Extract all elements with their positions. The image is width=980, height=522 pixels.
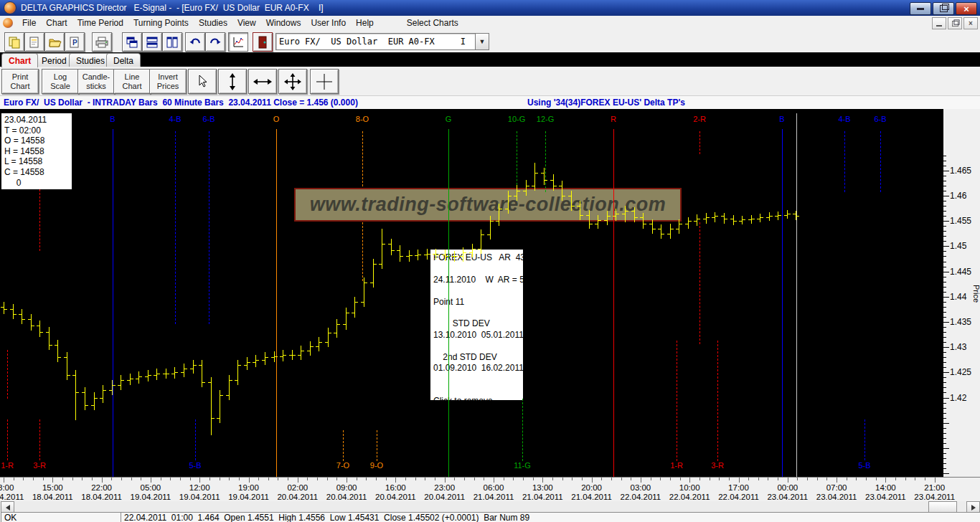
new-page-button[interactable] xyxy=(24,32,44,52)
line-chart-button[interactable]: Line Chart xyxy=(113,69,151,94)
close-tick xyxy=(608,216,611,217)
mdi-restore-button[interactable] xyxy=(948,17,962,29)
tp-line-2-R[interactable] xyxy=(699,222,700,344)
tp-line-O[interactable] xyxy=(276,129,277,477)
tp-line-3-R[interactable] xyxy=(39,189,40,251)
tp-line-3-R[interactable] xyxy=(39,419,40,460)
tp-line-3-R[interactable] xyxy=(717,341,718,461)
mdi-minimize-button[interactable] xyxy=(932,17,946,29)
chart-display-button[interactable] xyxy=(228,32,248,52)
time-tick xyxy=(425,478,425,480)
tp-line-1-R[interactable] xyxy=(7,419,8,460)
tp-line-B[interactable] xyxy=(782,129,783,477)
tp-line-4-B[interactable] xyxy=(844,131,845,192)
tp-line-5-B[interactable] xyxy=(864,419,865,460)
time-tick xyxy=(229,478,230,480)
tp-line-12-G[interactable] xyxy=(545,131,546,192)
crosshair-tool-button[interactable] xyxy=(310,69,339,94)
open-tick xyxy=(433,254,435,255)
tp-line-11-G[interactable] xyxy=(522,399,523,461)
exit-button[interactable] xyxy=(253,32,273,52)
tp-line-2-R[interactable] xyxy=(699,131,700,154)
print-chart-button[interactable]: Print Chart xyxy=(1,69,39,94)
price-minor-tick xyxy=(943,186,946,186)
menu-item-time-period[interactable]: Time Period xyxy=(72,16,128,29)
tp-line-7-O[interactable] xyxy=(343,430,344,461)
price-bar xyxy=(499,204,499,227)
time-tick xyxy=(347,478,347,483)
price-bar xyxy=(481,229,481,254)
tp-line-B[interactable] xyxy=(113,129,113,477)
tp-line-1-R[interactable] xyxy=(677,341,677,461)
chart-plot[interactable]: 23.04.2011T = 02:00O = 14558H = 14558L =… xyxy=(0,109,942,477)
redo-button[interactable] xyxy=(205,32,225,52)
open-tick xyxy=(784,215,787,216)
restore-button[interactable] xyxy=(933,2,954,15)
mdi-close-button[interactable]: × xyxy=(963,17,978,29)
menu-item-turning-points[interactable]: Turning Points xyxy=(128,16,194,29)
tp-line-10-G[interactable] xyxy=(517,131,517,192)
minimize-button[interactable] xyxy=(910,2,931,15)
copy-button[interactable] xyxy=(4,32,24,52)
time-label: 14:00 23.04.2011 xyxy=(865,483,906,501)
log-scale-button[interactable]: Log Scale xyxy=(42,69,79,94)
close-tick xyxy=(545,180,547,181)
close-tick xyxy=(220,395,223,396)
close-tick xyxy=(256,360,259,361)
open-tick xyxy=(460,256,463,257)
menu-item-studies[interactable]: Studies xyxy=(194,16,232,29)
close-tick xyxy=(689,221,692,222)
tp-line-G[interactable] xyxy=(448,129,449,477)
page-setup-button[interactable]: P xyxy=(65,32,85,52)
pan-tool-button[interactable] xyxy=(278,69,307,94)
tp-line-8-O[interactable] xyxy=(362,131,363,186)
tp-line-8-O[interactable] xyxy=(362,222,363,281)
time-label: 09:00 20.04.2011 xyxy=(326,483,367,501)
tp-line-6-B[interactable] xyxy=(209,131,209,324)
close-button[interactable]: × xyxy=(956,2,977,15)
tp-line-9-O[interactable] xyxy=(377,430,377,461)
open-tick xyxy=(370,283,373,283)
price-bar xyxy=(373,259,374,288)
print-button[interactable] xyxy=(92,32,112,52)
time-tick xyxy=(445,478,446,483)
price-label: 1.445 xyxy=(950,267,971,277)
price-bar xyxy=(75,370,76,420)
vertical-scale-tool-button[interactable] xyxy=(218,69,247,94)
menu-item-help[interactable]: Help xyxy=(351,16,379,29)
tile-vertical-button[interactable] xyxy=(162,32,182,52)
symbol-select-arrow[interactable]: ▼ xyxy=(475,33,489,50)
tp-label-3-R: 3-R xyxy=(711,461,724,470)
tile-horizontal-button[interactable] xyxy=(142,32,162,52)
menu-item-user-info[interactable]: User Info xyxy=(306,16,351,29)
open-tick xyxy=(424,255,427,255)
tp-line-4-B[interactable] xyxy=(175,131,176,324)
close-tick xyxy=(635,217,638,218)
ohlc-line: C = 14558 xyxy=(4,167,69,178)
menu-item-select-charts[interactable]: Select Charts xyxy=(402,16,463,29)
symbol-select[interactable]: Euro FX/ US Dollar EUR A0-FX I xyxy=(275,33,476,50)
time-tick xyxy=(699,478,700,480)
horizontal-scale-tool-button[interactable] xyxy=(248,69,277,94)
time-tick xyxy=(778,478,778,480)
menu-item-chart[interactable]: Chart xyxy=(41,16,72,29)
tab-chart[interactable]: Chart xyxy=(1,53,38,67)
tp-line-6-B[interactable] xyxy=(880,131,881,192)
tab-period[interactable]: Period xyxy=(34,53,74,67)
tp-line-1-R[interactable] xyxy=(7,350,8,399)
menu-item-file[interactable]: File xyxy=(17,16,41,29)
select-tool-button[interactable] xyxy=(188,69,217,94)
turning-point-tooltip[interactable]: FOREX EU-US AR 43 24.11.2010 W AR = 57 P… xyxy=(430,250,523,400)
horizontal-scrollbar[interactable] xyxy=(0,501,980,512)
candle-sticks-button[interactable]: Candle- sticks xyxy=(77,69,115,94)
cascade-windows-button[interactable] xyxy=(122,32,142,52)
price-minor-tick xyxy=(943,438,946,439)
menu-item-view[interactable]: View xyxy=(232,16,261,29)
undo-button[interactable] xyxy=(185,32,205,52)
open-file-button[interactable] xyxy=(44,32,65,52)
menu-item-windows[interactable]: Windows xyxy=(261,16,306,29)
invert-prices-button[interactable]: Invert Prices xyxy=(149,69,187,94)
tp-line-R[interactable] xyxy=(613,129,614,477)
tp-line-5-B[interactable] xyxy=(195,419,196,460)
tab-delta[interactable]: Delta xyxy=(106,53,141,67)
